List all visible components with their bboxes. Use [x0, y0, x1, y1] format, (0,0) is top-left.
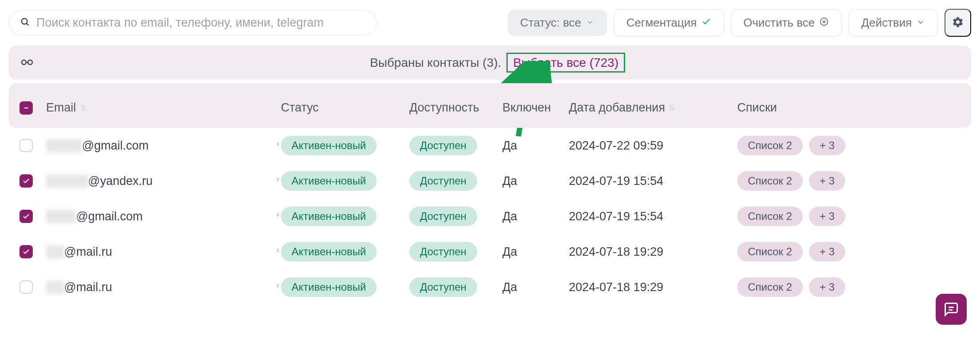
table-row: xxx@mail.ru Активен-новый Доступен Да 20… — [9, 234, 971, 269]
enabled-cell: Да — [502, 280, 569, 294]
email-prefix: xxxxxxx — [46, 174, 88, 188]
status-badge: Активен-новый — [281, 242, 377, 261]
column-email[interactable]: Email ⇅ — [46, 101, 281, 115]
row-checkbox[interactable] — [19, 245, 33, 258]
svg-line-1 — [27, 23, 29, 26]
status-filter-label: Статус: все — [520, 16, 581, 30]
availability-badge: Доступен — [409, 242, 477, 261]
column-status[interactable]: Статус — [281, 101, 409, 115]
email-suffix: @gmail.com — [76, 210, 143, 223]
table-header: Email ⇅ Статус Доступность Включен Дата … — [9, 83, 971, 128]
segmentation-button[interactable]: Сегментация — [614, 9, 724, 36]
status-badge: Активен-новый — [281, 136, 377, 155]
email-cell[interactable]: xxxxx@gmail.com — [46, 210, 281, 223]
search-icon — [20, 17, 30, 29]
table-row: xxxxxxx@yandex.ru Активен-новый Доступен… — [9, 163, 971, 199]
list-badge[interactable]: Список 2 — [737, 277, 803, 297]
glasses-icon — [19, 54, 35, 72]
svg-point-6 — [28, 60, 32, 65]
enabled-cell: Да — [502, 139, 569, 153]
status-filter-button[interactable]: Статус: все — [508, 10, 607, 36]
clear-all-button[interactable]: Очистить все — [731, 9, 842, 36]
more-lists-badge[interactable]: + 3 — [809, 171, 845, 191]
more-lists-badge[interactable]: + 3 — [809, 242, 845, 261]
sort-icon: ⇅ — [669, 103, 675, 113]
date-cell: 2024-07-18 19:29 — [569, 280, 737, 294]
availability-badge: Доступен — [409, 207, 477, 226]
search-container[interactable] — [9, 10, 377, 35]
lists-cell: Список 2 + 3 — [737, 207, 961, 226]
column-enabled[interactable]: Включен — [502, 101, 569, 115]
select-all-checkbox[interactable] — [19, 101, 33, 115]
column-availability[interactable]: Доступность — [409, 101, 502, 115]
column-date-label: Дата добавления — [569, 101, 665, 115]
column-date[interactable]: Дата добавления ⇅ — [569, 101, 737, 115]
enabled-cell: Да — [502, 245, 569, 259]
status-badge: Активен-новый — [281, 207, 377, 226]
email-cell[interactable]: xxx@mail.ru — [46, 280, 281, 294]
chevron-right-icon — [275, 281, 281, 293]
availability-badge: Доступен — [409, 136, 477, 155]
email-prefix: xxx — [46, 280, 64, 294]
row-checkbox[interactable] — [19, 174, 33, 188]
clear-all-label: Очистить все — [743, 16, 815, 30]
email-suffix: @gmail.com — [82, 139, 148, 152]
selection-bar: Выбраны контакты (3). Выбрать все (723) — [9, 46, 971, 80]
list-badge[interactable]: Список 2 — [737, 136, 803, 155]
email-suffix: @mail.ru — [64, 245, 112, 258]
settings-button[interactable] — [945, 9, 971, 37]
email-prefix: xxxxx — [46, 210, 76, 223]
chat-button[interactable] — [936, 294, 967, 314]
more-lists-badge[interactable]: + 3 — [809, 277, 845, 297]
enabled-cell: Да — [502, 174, 569, 188]
row-checkbox[interactable] — [19, 210, 33, 223]
date-cell: 2024-07-18 19:29 — [569, 245, 737, 259]
enabled-cell: Да — [502, 210, 569, 223]
more-lists-badge[interactable]: + 3 — [809, 136, 845, 155]
email-cell[interactable]: xxxxxx@gmail.com — [46, 139, 281, 153]
selection-text: Выбраны контакты (3). Выбрать все (723) — [35, 56, 961, 70]
lists-cell: Список 2 + 3 — [737, 242, 961, 261]
email-suffix: @yandex.ru — [88, 174, 153, 188]
gear-icon — [952, 23, 964, 30]
list-badge[interactable]: Список 2 — [737, 171, 803, 191]
check-icon — [701, 16, 711, 30]
email-prefix: xxx — [46, 245, 64, 259]
email-prefix: xxxxxx — [46, 139, 82, 153]
row-checkbox[interactable] — [19, 139, 33, 152]
actions-label: Действия — [861, 16, 912, 30]
actions-button[interactable]: Действия — [848, 9, 938, 36]
email-cell[interactable]: xxxxxxx@yandex.ru — [46, 174, 281, 188]
chevron-right-icon — [275, 175, 281, 187]
column-lists[interactable]: Списки — [737, 101, 961, 115]
svg-point-0 — [22, 19, 27, 24]
chevron-right-icon — [275, 246, 281, 258]
email-cell[interactable]: xxx@mail.ru — [46, 245, 281, 259]
chevron-down-icon — [586, 16, 595, 30]
lists-cell: Список 2 + 3 — [737, 171, 961, 191]
list-badge[interactable]: Список 2 — [737, 242, 803, 261]
table-row: xxxxxx@gmail.com Активен-новый Доступен … — [9, 128, 971, 163]
row-checkbox[interactable] — [19, 280, 33, 294]
list-badge[interactable]: Список 2 — [737, 207, 803, 226]
search-input[interactable] — [36, 16, 366, 30]
chevron-down-icon — [916, 16, 925, 30]
sort-icon: ⇅ — [80, 103, 86, 113]
select-all-link[interactable]: Выбрать все (723) — [506, 53, 625, 73]
table-row: xxxxx@gmail.com Активен-новый Доступен Д… — [9, 199, 971, 234]
availability-badge: Доступен — [409, 277, 477, 297]
availability-badge: Доступен — [409, 171, 477, 191]
lists-cell: Список 2 + 3 — [737, 136, 961, 155]
selected-count: Выбраны контакты (3). — [370, 56, 501, 69]
close-circle-icon — [819, 16, 829, 30]
segmentation-label: Сегментация — [626, 16, 697, 30]
table-body: xxxxxx@gmail.com Активен-новый Доступен … — [9, 128, 971, 305]
more-lists-badge[interactable]: + 3 — [809, 207, 845, 226]
column-email-label: Email — [46, 101, 76, 115]
toolbar: Статус: все Сегментация Очистить все Дей… — [9, 9, 971, 37]
chevron-right-icon — [275, 139, 281, 152]
date-cell: 2024-07-19 15:54 — [569, 174, 737, 188]
date-cell: 2024-07-19 15:54 — [569, 210, 737, 223]
chat-icon — [943, 301, 959, 314]
status-badge: Активен-новый — [281, 277, 377, 297]
